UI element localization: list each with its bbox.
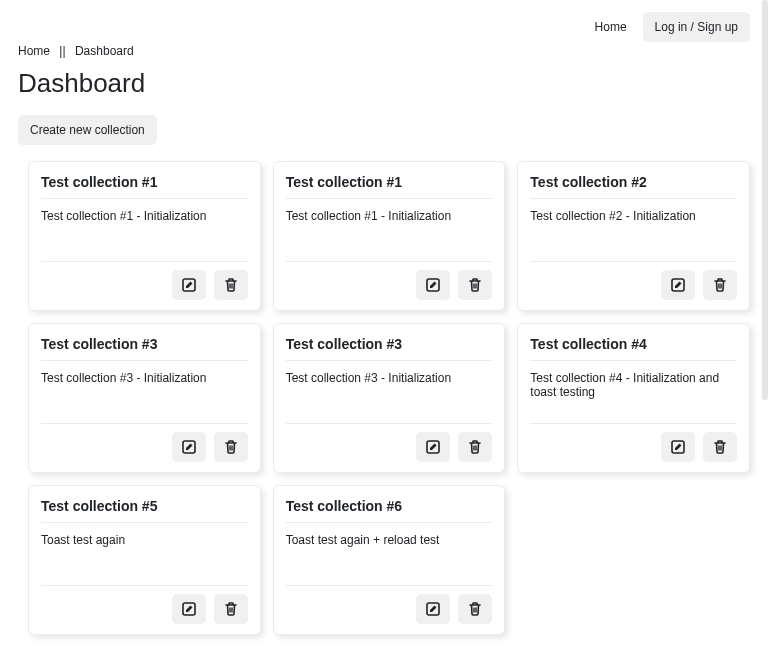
collection-description: Test collection #3 - Initialization bbox=[41, 361, 248, 423]
trash-icon bbox=[712, 277, 728, 293]
edit-button[interactable] bbox=[416, 594, 450, 624]
collection-title[interactable]: Test collection #4 bbox=[530, 336, 737, 361]
edit-button[interactable] bbox=[416, 432, 450, 462]
login-signup-button[interactable]: Log in / Sign up bbox=[643, 12, 750, 42]
collection-description: Test collection #1 - Initialization bbox=[41, 199, 248, 261]
card-actions bbox=[530, 261, 737, 300]
collection-title[interactable]: Test collection #1 bbox=[41, 174, 248, 199]
edit-icon bbox=[670, 277, 686, 293]
create-collection-button[interactable]: Create new collection bbox=[18, 115, 157, 145]
breadcrumb-current[interactable]: Dashboard bbox=[75, 44, 134, 58]
edit-button[interactable] bbox=[661, 270, 695, 300]
delete-button[interactable] bbox=[458, 270, 492, 300]
nav-home-link[interactable]: Home bbox=[595, 20, 627, 34]
trash-icon bbox=[223, 439, 239, 455]
collection-card: Test collection #5Toast test again bbox=[28, 485, 261, 635]
collection-card: Test collection #3Test collection #3 - I… bbox=[28, 323, 261, 473]
trash-icon bbox=[467, 439, 483, 455]
delete-button[interactable] bbox=[214, 432, 248, 462]
breadcrumb: Home || Dashboard bbox=[0, 42, 768, 58]
collection-description: Toast test again + reload test bbox=[286, 523, 493, 585]
delete-button[interactable] bbox=[214, 270, 248, 300]
collection-description: Toast test again bbox=[41, 523, 248, 585]
card-actions bbox=[41, 585, 248, 624]
collections-grid: Test collection #1Test collection #1 - I… bbox=[0, 149, 768, 653]
collection-card: Test collection #4Test collection #4 - I… bbox=[517, 323, 750, 473]
edit-icon bbox=[425, 277, 441, 293]
collection-description: Test collection #4 - Initialization and … bbox=[530, 361, 737, 423]
top-nav: Home Log in / Sign up bbox=[0, 0, 768, 42]
collection-card: Test collection #1Test collection #1 - I… bbox=[273, 161, 506, 311]
edit-button[interactable] bbox=[661, 432, 695, 462]
card-actions bbox=[41, 423, 248, 462]
collection-description: Test collection #1 - Initialization bbox=[286, 199, 493, 261]
collection-title[interactable]: Test collection #3 bbox=[41, 336, 248, 361]
edit-icon bbox=[181, 277, 197, 293]
collection-description: Test collection #2 - Initialization bbox=[530, 199, 737, 261]
trash-icon bbox=[223, 601, 239, 617]
collection-card: Test collection #1Test collection #1 - I… bbox=[28, 161, 261, 311]
collection-card: Test collection #3Test collection #3 - I… bbox=[273, 323, 506, 473]
card-actions bbox=[286, 423, 493, 462]
collection-title[interactable]: Test collection #1 bbox=[286, 174, 493, 199]
delete-button[interactable] bbox=[458, 594, 492, 624]
page-title: Dashboard bbox=[0, 58, 768, 99]
delete-button[interactable] bbox=[703, 432, 737, 462]
collection-title[interactable]: Test collection #3 bbox=[286, 336, 493, 361]
card-actions bbox=[41, 261, 248, 300]
edit-button[interactable] bbox=[172, 594, 206, 624]
trash-icon bbox=[223, 277, 239, 293]
edit-icon bbox=[181, 439, 197, 455]
collection-title[interactable]: Test collection #2 bbox=[530, 174, 737, 199]
breadcrumb-separator: || bbox=[59, 44, 65, 58]
trash-icon bbox=[712, 439, 728, 455]
delete-button[interactable] bbox=[458, 432, 492, 462]
card-actions bbox=[286, 585, 493, 624]
delete-button[interactable] bbox=[703, 270, 737, 300]
collection-card: Test collection #6Toast test again + rel… bbox=[273, 485, 506, 635]
collection-title[interactable]: Test collection #6 bbox=[286, 498, 493, 523]
scrollbar-track bbox=[762, 0, 768, 653]
collection-description: Test collection #3 - Initialization bbox=[286, 361, 493, 423]
edit-button[interactable] bbox=[172, 432, 206, 462]
edit-icon bbox=[425, 439, 441, 455]
scrollbar-thumb[interactable] bbox=[762, 0, 768, 400]
edit-icon bbox=[670, 439, 686, 455]
edit-icon bbox=[181, 601, 197, 617]
edit-icon bbox=[425, 601, 441, 617]
card-actions bbox=[286, 261, 493, 300]
card-actions bbox=[530, 423, 737, 462]
collection-title[interactable]: Test collection #5 bbox=[41, 498, 248, 523]
trash-icon bbox=[467, 601, 483, 617]
breadcrumb-home[interactable]: Home bbox=[18, 44, 50, 58]
collection-card: Test collection #2Test collection #2 - I… bbox=[517, 161, 750, 311]
edit-button[interactable] bbox=[416, 270, 450, 300]
create-row: Create new collection bbox=[0, 99, 768, 149]
edit-button[interactable] bbox=[172, 270, 206, 300]
delete-button[interactable] bbox=[214, 594, 248, 624]
trash-icon bbox=[467, 277, 483, 293]
